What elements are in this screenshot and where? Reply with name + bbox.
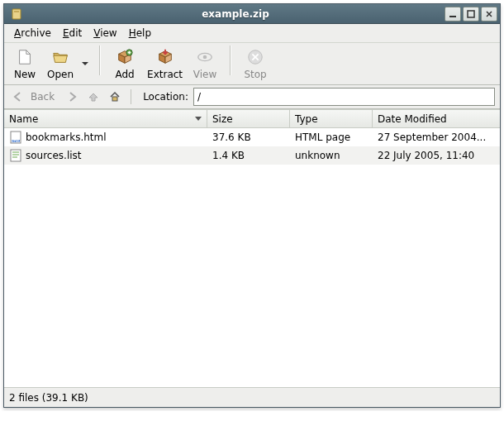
column-name[interactable]: Name (4, 110, 207, 127)
column-headers: Name Size Type Date Modified (4, 110, 500, 128)
stop-icon (245, 47, 265, 67)
home-button[interactable] (106, 89, 124, 105)
file-list: Name Size Type Date Modified HTML bookma… (4, 109, 500, 387)
new-label: New (14, 69, 36, 80)
svg-rect-2 (449, 16, 456, 17)
svg-text:HTML: HTML (11, 139, 21, 143)
location-label: Location: (138, 91, 190, 103)
new-button[interactable]: New (7, 45, 42, 82)
svg-point-8 (203, 55, 207, 60)
back-label: Back (31, 91, 59, 103)
open-recent-dropdown[interactable] (78, 45, 92, 82)
view-file-button: View (188, 45, 222, 82)
stop-button: Stop (238, 45, 273, 82)
open-label: Open (47, 69, 74, 80)
menubar: Archive Edit View Help (4, 24, 500, 43)
extract-box-icon (155, 47, 175, 67)
sort-indicator-icon (195, 117, 202, 121)
close-button[interactable] (481, 7, 497, 22)
archive-manager-window: example.zip Archive Edit View Help New O… (3, 3, 501, 408)
stop-label: Stop (244, 69, 266, 80)
open-folder-icon (50, 47, 70, 67)
open-button[interactable]: Open (42, 45, 78, 82)
list-item[interactable]: HTML bookmarks.html 37.6 KB HTML page 27… (4, 128, 500, 146)
location-input[interactable] (193, 88, 495, 106)
svg-rect-12 (112, 97, 117, 101)
file-date: 27 September 2004... (373, 132, 500, 143)
statusbar: 2 files (39.1 KB) (4, 387, 500, 407)
column-date[interactable]: Date Modified (373, 110, 500, 127)
locbar-separator (131, 89, 131, 104)
file-date: 22 July 2005, 11:40 (373, 150, 500, 161)
window-title: example.zip (26, 8, 445, 20)
file-name: sources.list (26, 150, 82, 161)
location-bar: Back Location: (4, 85, 500, 109)
extract-label: Extract (147, 69, 183, 80)
titlebar[interactable]: example.zip (4, 4, 500, 24)
list-item[interactable]: sources.list 1.4 KB unknown 22 July 2005… (4, 146, 500, 165)
back-button (9, 89, 27, 105)
app-icon (10, 7, 23, 21)
view-file-label: View (193, 69, 216, 80)
up-button (84, 89, 102, 105)
column-size[interactable]: Size (207, 110, 290, 127)
status-text: 2 files (39.1 KB) (9, 392, 88, 404)
svg-rect-1 (14, 11, 19, 12)
svg-rect-16 (11, 150, 21, 161)
menu-view[interactable]: View (88, 26, 121, 41)
menu-help[interactable]: Help (124, 26, 156, 41)
add-label: Add (115, 69, 134, 80)
menu-archive[interactable]: Archive (9, 26, 56, 41)
add-button[interactable]: Add (107, 45, 142, 82)
add-box-icon (115, 47, 135, 67)
new-file-icon (15, 47, 35, 67)
toolbar: New Open Add Extract View (4, 43, 500, 85)
file-size: 37.6 KB (207, 132, 290, 143)
svg-rect-3 (468, 11, 474, 17)
file-type: HTML page (290, 132, 373, 143)
svg-rect-0 (12, 9, 21, 19)
menu-edit[interactable]: Edit (58, 26, 87, 41)
file-size: 1.4 KB (207, 150, 290, 161)
file-name: bookmarks.html (26, 132, 107, 143)
html-file-icon: HTML (9, 131, 22, 144)
file-type: unknown (290, 150, 373, 161)
toolbar-separator (93, 45, 106, 75)
toolbar-separator (224, 45, 236, 75)
column-type[interactable]: Type (290, 110, 373, 127)
text-file-icon (9, 149, 22, 162)
minimize-button[interactable] (445, 7, 461, 22)
maximize-button[interactable] (463, 7, 479, 22)
forward-button (63, 89, 81, 105)
extract-button[interactable]: Extract (142, 45, 188, 82)
eye-icon (195, 47, 215, 67)
